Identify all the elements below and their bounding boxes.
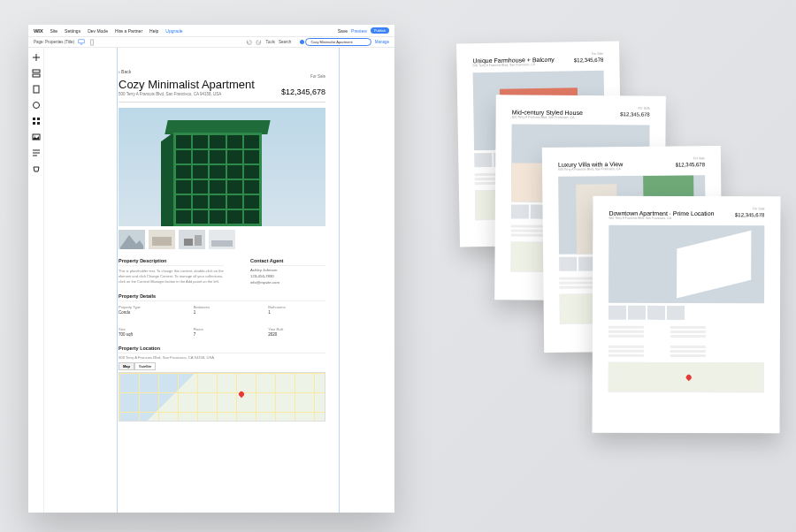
- page-selector[interactable]: Page: Properties (Title): [34, 40, 74, 44]
- detail-label: Property Type: [119, 305, 176, 309]
- add-icon[interactable]: [32, 53, 41, 62]
- property-page: ‹ Back For Sale Cozy Minimalist Apartmen…: [57, 53, 382, 430]
- store-icon[interactable]: [32, 164, 41, 173]
- agent-phone: 123-456-7890: [250, 274, 325, 278]
- detail-value: 2020: [268, 332, 325, 337]
- detail-label: Floors: [194, 327, 251, 331]
- menu-help[interactable]: Help: [149, 28, 158, 34]
- card-status: For Sale: [592, 52, 603, 56]
- detail-label: Bathrooms: [268, 305, 325, 309]
- preview-button[interactable]: Preview: [351, 28, 367, 34]
- detail-value: 700 sqft: [119, 332, 176, 337]
- card-price: $12,345,678: [574, 57, 603, 64]
- building-illustration: [173, 120, 262, 226]
- listing-price: $12,345,678: [281, 87, 325, 96]
- tools-button[interactable]: Tools: [266, 40, 276, 44]
- desktop-icon[interactable]: [78, 39, 85, 46]
- agent-name: Ashley Johnson: [250, 268, 325, 272]
- detail-label: Size: [119, 327, 176, 331]
- svg-rect-5: [34, 86, 39, 93]
- map-pin-icon: [686, 375, 693, 382]
- menu-site[interactable]: Site: [50, 28, 57, 34]
- listing-status: For Sale: [310, 74, 325, 79]
- gallery-thumb[interactable]: [149, 230, 175, 249]
- detail-value: 1: [268, 310, 325, 315]
- svg-rect-7: [33, 118, 35, 120]
- content-icon[interactable]: [32, 148, 41, 157]
- svg-rect-1: [80, 43, 82, 44]
- search-button[interactable]: Search: [279, 40, 291, 44]
- editor-canvas[interactable]: ‹ Back For Sale Cozy Minimalist Apartmen…: [44, 48, 394, 513]
- redo-icon[interactable]: [256, 39, 263, 46]
- description-heading: Property Description: [119, 258, 224, 266]
- publish-button[interactable]: Publish: [371, 27, 389, 34]
- gallery-thumb[interactable]: [179, 230, 205, 249]
- svg-rect-2: [91, 39, 94, 44]
- svg-rect-9: [33, 122, 35, 125]
- details-section: Property Details Property TypeCondo Bedr…: [119, 293, 325, 337]
- details-heading: Property Details: [119, 293, 325, 301]
- thumbnail-row: [119, 230, 325, 249]
- detail-value: Condo: [119, 310, 176, 315]
- agent-email: info@mysite.com: [250, 280, 325, 285]
- agent-section: Contact Agent Ashley Johnson 123-456-789…: [250, 258, 325, 285]
- details-grid: Property TypeCondo Bedrooms1 Bathrooms1 …: [119, 305, 325, 337]
- svg-rect-17: [184, 239, 193, 246]
- svg-rect-18: [195, 235, 202, 246]
- card-price: $12,345,678: [676, 162, 705, 167]
- map-pin-icon: [239, 391, 246, 399]
- svg-point-6: [33, 103, 39, 109]
- card-price: $12,345,678: [735, 212, 764, 217]
- card-status: For Sale: [638, 106, 649, 110]
- detail-value: 7: [194, 332, 251, 337]
- detail-label: Year Built: [268, 327, 325, 331]
- location-address: 500 Terry A Francois Blvd, San Francisco…: [119, 355, 325, 360]
- detail-value: 1: [194, 310, 251, 315]
- svg-rect-15: [152, 237, 172, 246]
- hero-image[interactable]: [119, 108, 325, 226]
- card-map: [608, 362, 764, 393]
- design-icon[interactable]: [32, 101, 41, 110]
- sections-icon[interactable]: [32, 69, 41, 78]
- menu-upgrade[interactable]: Upgrade: [165, 28, 182, 34]
- card-status: For Sale: [753, 207, 764, 210]
- editor-workspace: ‹ Back For Sale Cozy Minimalist Apartmen…: [28, 48, 394, 513]
- gallery-thumb[interactable]: [119, 230, 145, 249]
- manage-link[interactable]: Manage: [375, 40, 389, 44]
- dataset-chip[interactable]: Cozy Minimalist Apartment: [305, 38, 371, 46]
- page-address: 500 Terry A Francois Blvd, San Francisco…: [119, 92, 255, 96]
- detail-label: Bedrooms: [194, 305, 251, 309]
- location-section: Property Location 500 Terry A Francois B…: [119, 346, 325, 422]
- description-section: Property Description This is placeholder…: [119, 258, 224, 285]
- svg-rect-10: [37, 122, 40, 125]
- wix-editor-window: WIX Site Settings Dev Mode Hire a Partne…: [28, 25, 394, 513]
- description-body[interactable]: This is placeholder text. To change this…: [119, 269, 224, 285]
- media-icon[interactable]: [32, 133, 41, 141]
- apps-icon[interactable]: [32, 117, 41, 125]
- menu-settings[interactable]: Settings: [65, 28, 80, 34]
- map-tab-map[interactable]: Map: [119, 362, 134, 370]
- map-widget[interactable]: [119, 372, 325, 422]
- agent-heading: Contact Agent: [250, 258, 325, 266]
- save-button[interactable]: Save: [338, 28, 348, 34]
- svg-rect-3: [33, 70, 40, 72]
- preview-card: For Sale Downtown Apartment · Prime Loca…: [593, 196, 781, 434]
- menu-devmode[interactable]: Dev Mode: [88, 28, 108, 34]
- mobile-icon[interactable]: [88, 39, 96, 46]
- svg-rect-0: [79, 39, 84, 42]
- undo-icon[interactable]: [245, 39, 252, 46]
- gallery-thumb[interactable]: [209, 230, 235, 249]
- card-hero: [608, 225, 764, 304]
- card-status: For Sale: [693, 156, 705, 160]
- svg-point-12: [34, 135, 34, 136]
- card-price: $12,345,678: [620, 111, 649, 117]
- left-toolbar: [28, 48, 44, 513]
- svg-rect-4: [33, 74, 40, 77]
- wix-logo[interactable]: WIX: [34, 28, 42, 34]
- map-controls: Map Satellite: [119, 362, 325, 370]
- page-title[interactable]: Cozy Minimalist Apartment: [119, 78, 255, 91]
- map-tab-satellite[interactable]: Satellite: [134, 362, 156, 370]
- menu-hire[interactable]: Hire a Partner: [115, 28, 142, 34]
- pages-icon[interactable]: [32, 85, 41, 94]
- editor-subbar: Page: Properties (Title) Tools Search Co…: [28, 37, 394, 48]
